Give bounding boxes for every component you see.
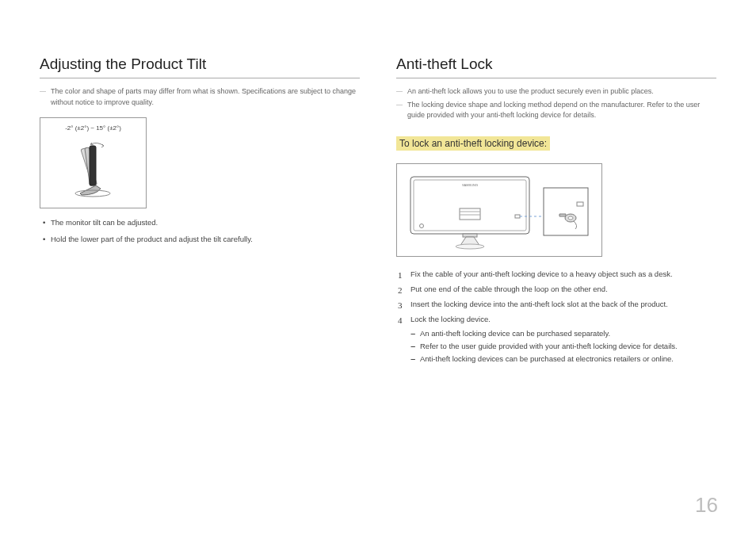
tilt-figure: -2° (±2°) ~ 15° (±2°) [40,117,147,208]
step-item: Fix the cable of your anti-theft locking… [396,268,716,281]
lock-figure: SAMSUNG [396,163,602,257]
monitor-tilt-icon [58,136,129,201]
lock-note: The locking device shape and locking met… [396,100,716,121]
lock-substeps: An anti-theft locking device can be purc… [410,327,716,365]
left-column: Adjusting the Product Tilt The color and… [40,55,360,368]
svg-rect-6 [460,208,480,220]
step-item: Lock the locking device. An anti-theft l… [396,313,716,366]
tilt-bullets: The monitor tilt can be adjusted. Hold t… [40,216,360,245]
monitor-lock-icon: SAMSUNG [404,169,594,251]
page-columns: Adjusting the Product Tilt The color and… [40,55,716,368]
lock-note: An anti-theft lock allows you to use the… [396,86,716,97]
heading-tilt: Adjusting the Product Tilt [40,55,360,78]
svg-rect-14 [544,188,588,235]
substep-item: An anti-theft locking device can be purc… [410,327,716,340]
bullet-item: Hold the lower part of the product and a… [40,233,360,245]
tilt-note: The color and shape of parts may differ … [40,86,360,108]
step-item: Insert the locking device into the anti-… [396,298,716,311]
brand-label: SAMSUNG [462,183,478,187]
page-number: 16 [695,493,718,518]
substep-item: Anti-theft locking devices can be purcha… [410,353,716,365]
step-item: Put one end of the cable through the loo… [396,283,716,296]
svg-rect-5 [414,180,526,231]
lock-steps: Fix the cable of your anti-theft locking… [396,268,716,366]
substep-item: Refer to the user guide provided with yo… [410,340,716,353]
svg-rect-10 [515,215,520,218]
svg-rect-2 [90,146,96,185]
svg-point-17 [568,216,573,220]
heading-lock: Anti-theft Lock [396,55,716,78]
bullet-item: The monitor tilt can be adjusted. [40,216,360,228]
lock-subheading: To lock an anti-theft locking device: [396,136,550,151]
svg-point-12 [456,244,484,249]
svg-rect-11 [463,234,477,237]
svg-rect-15 [577,202,583,206]
right-column: Anti-theft Lock An anti-theft lock allow… [396,55,716,368]
tilt-caption: -2° (±2°) ~ 15° (±2°) [65,124,121,132]
